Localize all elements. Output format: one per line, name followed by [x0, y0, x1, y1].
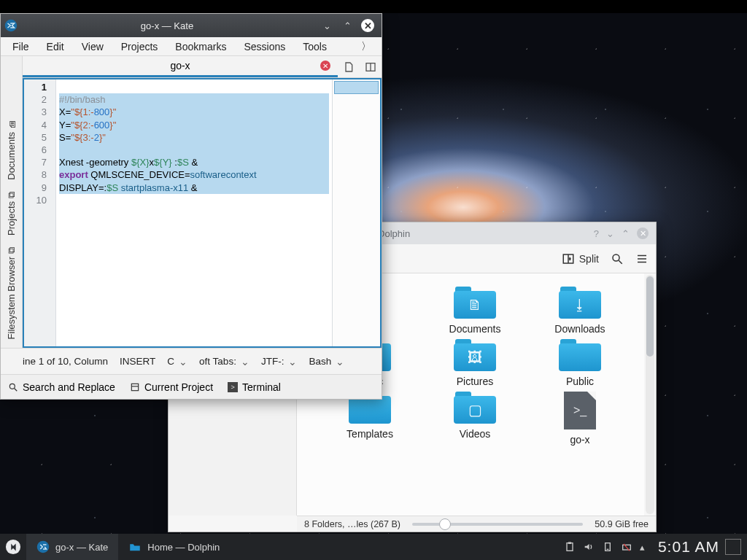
task-kate[interactable]: go-x — Kate: [26, 534, 118, 560]
kate-titlebar[interactable]: go-x — Kate ⌄ ⌃ ✕: [1, 14, 382, 37]
folder-item[interactable]: ⭳Downloads: [529, 287, 631, 335]
status-language[interactable]: Bash: [303, 356, 350, 368]
status-mode[interactable]: INSERT: [114, 356, 161, 367]
svg-rect-22: [568, 542, 571, 544]
menu-overflow-icon[interactable]: 〉: [354, 37, 379, 56]
plasma-panel: go-x — Kate Home — Dolphin ▴ 5:01 AM: [0, 534, 747, 560]
status-position: ine 1 of 10, Column: [1, 356, 114, 367]
folder-label: Videos: [460, 428, 491, 440]
status-charset[interactable]: C: [161, 356, 193, 368]
toolview-search[interactable]: Search and Replace: [1, 381, 123, 393]
volume-icon[interactable]: [583, 541, 595, 553]
kate-editor[interactable]: 1 234 567 8910 #!/bin/bashX="${1:-800}"Y…: [23, 78, 382, 348]
svg-point-4: [613, 254, 619, 261]
search-button[interactable]: [611, 252, 624, 265]
folder-label: Pictures: [457, 376, 494, 387]
split-icon: [562, 252, 575, 265]
minimize-button-icon[interactable]: ⌄: [606, 228, 614, 239]
search-icon: [8, 382, 18, 392]
file-item[interactable]: >_go-x: [529, 392, 631, 446]
split-view-icon[interactable]: [360, 61, 382, 73]
zoom-slider[interactable]: [408, 523, 587, 526]
kate-bottom-toolviews: Search and Replace Current Project >Term…: [1, 374, 382, 399]
menu-file[interactable]: File: [4, 38, 38, 55]
task-kate-label: go-x — Kate: [55, 542, 108, 553]
new-document-icon[interactable]: [338, 61, 360, 73]
toolview-project[interactable]: Current Project: [123, 381, 220, 393]
clipboard-icon[interactable]: [564, 541, 576, 553]
panel-clock[interactable]: 5:01 AM: [652, 538, 725, 556]
file-label: go-x: [570, 434, 589, 446]
task-dolphin-label: Home — Dolphin: [147, 542, 220, 553]
folder-icon: 🖼: [454, 339, 496, 371]
application-launcher[interactable]: [0, 534, 26, 560]
folder-item[interactable]: Public: [529, 339, 631, 387]
device-icon[interactable]: [602, 541, 614, 553]
menu-view[interactable]: View: [73, 38, 112, 55]
toolview-terminal[interactable]: >Terminal: [220, 381, 288, 393]
menu-tools[interactable]: Tools: [294, 38, 336, 55]
folder-item[interactable]: 🖼Pictures: [424, 339, 526, 387]
close-button-icon[interactable]: ✕: [637, 228, 649, 239]
minimap[interactable]: [332, 79, 380, 346]
terminal-icon: >: [228, 382, 238, 392]
folder-icon: 🗎: [454, 287, 496, 319]
split-label: Split: [579, 253, 599, 265]
maximize-button-icon[interactable]: ⌃: [341, 19, 354, 32]
folder-label: Public: [566, 376, 594, 387]
system-tray: ▴: [557, 541, 652, 553]
zoom-knob[interactable]: [439, 518, 451, 530]
tray-expand-icon[interactable]: ▴: [640, 542, 645, 553]
menu-sessions[interactable]: Sessions: [235, 38, 294, 55]
dolphin-status-summary: 8 Folders, …les (267 B): [304, 519, 400, 529]
project-icon: [130, 382, 140, 392]
menu-projects[interactable]: Projects: [112, 38, 167, 55]
top-black-bar: [0, 0, 747, 13]
hamburger-icon: [635, 252, 649, 265]
folder-label: Documents: [449, 323, 501, 335]
svg-rect-24: [607, 549, 609, 550]
help-button-icon[interactable]: ?: [594, 228, 599, 239]
folder-item[interactable]: Templates: [319, 392, 421, 446]
folder-label: Templates: [347, 428, 393, 440]
folder-item[interactable]: 🗎Documents: [424, 287, 526, 335]
kate-title: go-x — Kate: [21, 20, 313, 31]
side-tab-documents[interactable]: Documents 🗎: [4, 115, 18, 184]
minimize-button-icon[interactable]: ⌄: [320, 19, 333, 32]
minimap-viewport[interactable]: [334, 81, 379, 94]
dolphin-status-free: 50.9 GiB free: [595, 519, 649, 529]
scrollbar-thumb[interactable]: [646, 276, 654, 357]
svg-line-5: [619, 260, 622, 264]
side-tab-projects[interactable]: Projects ⧉: [4, 187, 18, 240]
side-tab-filesystem[interactable]: Filesystem Browser ⧉: [4, 243, 18, 343]
code-area[interactable]: #!/bin/bashX="${1:-800}"Y="${2:-600}"S="…: [56, 79, 332, 346]
svg-point-15: [9, 384, 15, 389]
menu-edit[interactable]: Edit: [38, 38, 73, 55]
status-tabs[interactable]: oft Tabs:: [193, 356, 255, 368]
menu-bookmarks[interactable]: Bookmarks: [166, 38, 235, 55]
document-tab[interactable]: go-x ✕: [23, 56, 338, 77]
dolphin-statusbar: 8 Folders, …les (267 B) 50.9 GiB free: [297, 516, 656, 532]
folder-icon: ⭳: [559, 287, 601, 319]
hamburger-menu-button[interactable]: [635, 252, 649, 265]
folder-item[interactable]: ▢Videos: [424, 392, 526, 446]
kate-app-icon: [1, 19, 21, 32]
split-button[interactable]: Split: [562, 252, 599, 265]
kate-tabstrip: go-x ✕: [23, 56, 382, 78]
line-gutter: 1 234 567 8910: [24, 79, 56, 346]
task-dolphin[interactable]: Home — Dolphin: [118, 534, 230, 560]
dolphin-scrollbar[interactable]: [646, 275, 654, 514]
folder-icon: ▢: [454, 392, 496, 424]
show-desktop-button[interactable]: [725, 539, 741, 555]
document-tab-label: go-x: [170, 60, 190, 71]
script-file-icon: >_: [564, 392, 596, 429]
maximize-button-icon[interactable]: ⌃: [622, 228, 630, 239]
close-button-icon[interactable]: ✕: [361, 19, 374, 32]
folder-icon: [559, 339, 601, 371]
kde-logo-icon: [5, 539, 21, 555]
network-disconnected-icon[interactable]: [621, 541, 632, 553]
status-encoding[interactable]: JTF-:: [255, 356, 303, 368]
kate-statusbar: ine 1 of 10, Column INSERT C oft Tabs: J…: [1, 348, 382, 374]
tab-close-icon[interactable]: ✕: [320, 61, 330, 71]
folder-label: Downloads: [554, 323, 605, 335]
